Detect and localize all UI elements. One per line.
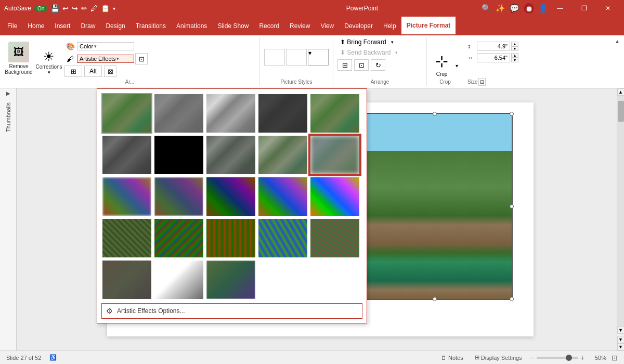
- menu-transitions[interactable]: Transitions: [131, 17, 171, 35]
- corrections-dropdown-arrow[interactable]: ▾: [48, 70, 50, 75]
- effect-glass[interactable]: [153, 176, 204, 217]
- effect-chalk[interactable]: [309, 93, 360, 134]
- size-expand-icon[interactable]: ⊡: [478, 78, 486, 86]
- send-backward-btn[interactable]: ⬇ Send Backward: [337, 48, 393, 57]
- corrections-button[interactable]: ☀ Corrections ▾: [35, 47, 62, 77]
- remove-background-button[interactable]: 🖼 RemoveBackground: [4, 40, 33, 77]
- crop-dropdown-arrow[interactable]: ▾: [454, 63, 459, 77]
- scroll-nav-down-btn[interactable]: ▼: [617, 343, 625, 350]
- height-down[interactable]: ▼: [511, 46, 518, 51]
- search-icon[interactable]: 🔍: [482, 4, 491, 13]
- effect-grain-bw[interactable]: [153, 135, 204, 175]
- effect-paint-strokes[interactable]: [153, 218, 204, 258]
- effect-pencil-sketch[interactable]: [153, 93, 204, 134]
- menu-animations[interactable]: Animations: [171, 17, 212, 35]
- effect-paper-cutout[interactable]: [309, 176, 360, 217]
- sidebar-collapse-arrow[interactable]: ▶: [4, 88, 12, 98]
- zoom-in-btn[interactable]: +: [580, 354, 584, 362]
- style-1[interactable]: [264, 49, 285, 66]
- effect-photocopy[interactable]: [257, 135, 308, 175]
- dropdown-icon[interactable]: ▾: [113, 6, 115, 11]
- restore-button[interactable]: ❐: [572, 0, 596, 17]
- autosave-toggle[interactable]: On: [34, 5, 47, 12]
- custom-pen-icon[interactable]: 🖊: [90, 4, 98, 12]
- handle-br[interactable]: [510, 297, 514, 301]
- group-btn[interactable]: ⊡: [354, 59, 369, 71]
- width-down[interactable]: ▼: [511, 58, 518, 62]
- ae-options-small-btn[interactable]: ⊡: [135, 53, 148, 64]
- handle-bm[interactable]: [433, 297, 437, 301]
- align-btn[interactable]: ⊞: [337, 59, 352, 71]
- notes-button[interactable]: 🗒 Notes: [438, 354, 466, 362]
- slide-image[interactable]: [357, 113, 513, 300]
- menu-slideshow[interactable]: Slide Show: [212, 17, 254, 35]
- artistic-effects-options-button[interactable]: ⚙ Artistic Effects Options...: [101, 303, 362, 319]
- collapse-ribbon-btn[interactable]: ▲: [614, 37, 621, 45]
- menu-home[interactable]: Home: [22, 17, 49, 35]
- effect-plastic-wrap[interactable]: [257, 218, 308, 258]
- width-input[interactable]: [477, 53, 510, 62]
- style-expand[interactable]: ▾: [308, 49, 329, 66]
- zoom-slider[interactable]: [537, 357, 578, 359]
- effect-paste[interactable]: [205, 176, 256, 217]
- handle-tm[interactable]: [433, 112, 437, 116]
- save-icon[interactable]: 💾: [50, 4, 59, 12]
- fit-slide-btn[interactable]: ▼: [617, 336, 625, 343]
- menu-help[interactable]: Help: [378, 17, 401, 35]
- comments-icon[interactable]: 💬: [510, 4, 519, 13]
- effect-mosaic[interactable]: [101, 176, 152, 217]
- effect-cement[interactable]: [257, 176, 308, 217]
- vertical-scrollbar[interactable]: ▲ ▼ ▼ ▼: [617, 88, 624, 350]
- menu-draw[interactable]: Draw: [75, 17, 100, 35]
- undo-arrow-icon[interactable]: ↪: [72, 4, 78, 12]
- rotate-btn[interactable]: ↻: [371, 59, 385, 71]
- height-input[interactable]: [477, 42, 510, 51]
- effect-light-screen[interactable]: [309, 218, 360, 258]
- menu-developer[interactable]: Developer: [339, 17, 378, 35]
- effect-none[interactable]: [101, 93, 152, 134]
- menu-review[interactable]: Review: [284, 17, 315, 35]
- effect-crisscross[interactable]: [101, 218, 152, 258]
- record-presence-icon[interactable]: ⏺: [524, 3, 534, 14]
- color-dropdown[interactable]: Color ▾: [77, 42, 134, 50]
- copilot-icon[interactable]: ✨: [496, 4, 505, 13]
- bring-forward-arrow[interactable]: ▾: [391, 40, 394, 45]
- pen-draw-icon[interactable]: ✏: [81, 4, 87, 12]
- compress-options-btn[interactable]: ⊠: [104, 66, 116, 77]
- close-button[interactable]: ✕: [596, 0, 620, 17]
- display-settings-button[interactable]: ⊞ Display Settings: [472, 353, 525, 362]
- effect-marker[interactable]: [309, 135, 360, 175]
- send-backward-arrow[interactable]: ▾: [395, 50, 398, 55]
- style-2[interactable]: [286, 49, 307, 66]
- quick-icon-btn[interactable]: ⊞: [64, 66, 82, 77]
- handle-mr[interactable]: [510, 204, 514, 209]
- menu-insert[interactable]: Insert: [49, 17, 75, 35]
- menu-file[interactable]: File: [2, 17, 22, 35]
- effect-pencil-gray[interactable]: [205, 135, 256, 175]
- effect-last3[interactable]: [205, 259, 256, 300]
- effect-line-drawing[interactable]: [205, 93, 256, 134]
- effect-watercolor[interactable]: [257, 93, 308, 134]
- effect-paint-brush[interactable]: [205, 218, 256, 258]
- scroll-up-btn[interactable]: ▲: [617, 88, 625, 96]
- handle-tr[interactable]: [510, 112, 514, 116]
- artistic-effects-dropdown[interactable]: Artistic Effects ▾: [77, 55, 134, 63]
- menu-design[interactable]: Design: [100, 17, 130, 35]
- scroll-track[interactable]: [617, 96, 625, 327]
- menu-record[interactable]: Record: [254, 17, 284, 35]
- zoom-percent[interactable]: 50%: [590, 355, 606, 361]
- effect-last1[interactable]: [101, 259, 152, 300]
- menu-picture-format[interactable]: Picture Format: [401, 17, 456, 35]
- width-up[interactable]: ▲: [511, 53, 518, 58]
- profile-icon[interactable]: 👤: [538, 4, 548, 13]
- scroll-down-btn[interactable]: ▼: [617, 327, 625, 334]
- height-up[interactable]: ▲: [511, 42, 518, 46]
- crop-button[interactable]: ⊹ Crop: [431, 51, 452, 77]
- fit-page-btn[interactable]: ⊡: [612, 354, 618, 362]
- undo-icon[interactable]: ↩: [62, 4, 69, 12]
- menu-view[interactable]: View: [315, 17, 339, 35]
- minimize-button[interactable]: —: [548, 0, 572, 17]
- more-tools-icon[interactable]: 📋: [101, 4, 110, 12]
- effect-last2[interactable]: [153, 259, 204, 300]
- alt-text-btn[interactable]: Alt: [84, 66, 102, 77]
